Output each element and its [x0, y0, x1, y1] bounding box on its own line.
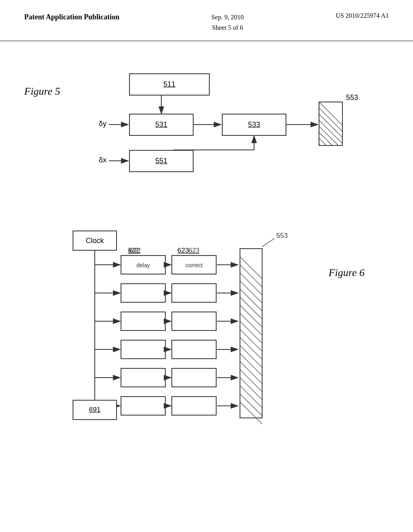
svg-rect-52	[240, 249, 262, 418]
svg-line-70	[240, 394, 262, 416]
svg-line-53	[240, 257, 262, 279]
svg-line-55	[240, 273, 262, 295]
figure5-label: Figure 5	[24, 85, 60, 98]
svg-line-56	[240, 281, 262, 303]
svg-rect-48	[172, 397, 216, 415]
box-531: 531	[129, 114, 194, 136]
box-691: 691	[73, 400, 117, 420]
svg-rect-42	[121, 368, 165, 387]
svg-line-62	[240, 329, 262, 351]
svg-rect-43	[172, 368, 216, 387]
clock-label-text: Clock	[86, 237, 104, 245]
svg-line-69	[240, 386, 262, 408]
svg-line-7	[319, 141, 343, 146]
patent-number: US 2010/225974 A1	[336, 12, 389, 19]
patent-number-text: US 2010/225974 A1	[336, 12, 389, 19]
svg-line-65	[240, 353, 262, 376]
svg-text:623: 623	[189, 247, 200, 254]
svg-text:delay: delay	[136, 262, 150, 268]
svg-line-54	[240, 265, 262, 287]
page-header: Patent Application Publication Sep. 9, 2…	[0, 0, 413, 41]
svg-rect-38	[172, 340, 216, 359]
label-623: 623	[177, 247, 189, 255]
sheet-text: Sheet 5 of 6	[211, 23, 244, 33]
box-551: 551	[129, 150, 194, 172]
clock-box: Clock	[73, 231, 117, 251]
label-691: 691	[89, 406, 100, 414]
date-text: Sep. 9, 2010	[211, 12, 244, 23]
svg-line-64	[240, 345, 262, 368]
svg-text:553: 553	[276, 232, 288, 239]
box-511: 511	[129, 73, 210, 96]
svg-line-2	[319, 116, 343, 146]
label-622: 622	[129, 247, 140, 255]
figure5-diagram: Figure 5 511 531 533 551	[24, 69, 389, 198]
svg-line-61	[240, 321, 262, 343]
input-dy: δy	[99, 120, 106, 128]
svg-line-73	[262, 239, 274, 247]
publication-title: Patent Application Publication	[24, 12, 119, 22]
svg-rect-27	[121, 284, 165, 302]
svg-text:correct: correct	[186, 262, 203, 268]
publication-title-text: Patent Application Publication	[24, 13, 119, 21]
label-511: 511	[163, 80, 175, 89]
svg-line-58	[240, 297, 262, 319]
svg-rect-32	[121, 312, 165, 330]
svg-line-57	[240, 289, 262, 311]
header-center: Sep. 9, 2010 Sheet 5 of 6	[211, 12, 244, 33]
display-553-fig5	[319, 102, 343, 146]
svg-rect-47	[121, 397, 165, 415]
svg-rect-33	[172, 312, 216, 330]
label-533: 533	[248, 121, 260, 129]
svg-line-63	[240, 337, 262, 360]
figure6-diagram: Clock 622 623	[24, 222, 389, 432]
svg-line-66	[240, 362, 262, 384]
svg-line-68	[240, 378, 262, 400]
label-531: 531	[155, 121, 167, 129]
svg-line-67	[240, 370, 262, 392]
dy-text: δy	[99, 120, 106, 128]
svg-line-5	[319, 129, 343, 146]
label-551: 551	[155, 157, 167, 165]
box-533: 533	[222, 114, 286, 136]
main-content: Figure 5 511 531 533 551	[0, 41, 413, 444]
svg-rect-19	[172, 256, 216, 274]
svg-line-60	[240, 313, 262, 335]
dx-text: δx	[99, 156, 106, 164]
label-553-fig5: 553	[346, 94, 358, 102]
svg-rect-37	[121, 340, 165, 359]
svg-line-59	[240, 305, 262, 327]
figure6-label: Figure 6	[329, 267, 365, 279]
svg-rect-18	[121, 256, 165, 274]
input-dx: δx	[99, 156, 106, 164]
svg-rect-28	[172, 284, 216, 302]
svg-line-71	[240, 402, 262, 424]
